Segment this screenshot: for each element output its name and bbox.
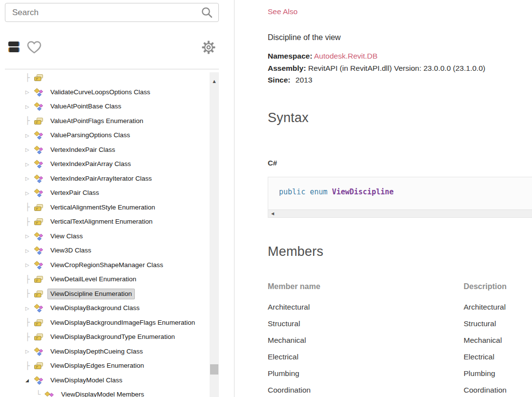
tree-item[interactable]: ▷ValidateCurveLoopsOptions Class — [0, 85, 210, 100]
scroll-left-icon[interactable]: ◀ — [271, 211, 274, 216]
meta-block: Namespace: Autodesk.Revit.DB Assembly: R… — [268, 50, 485, 86]
namespace-label: Namespace: — [268, 52, 312, 60]
expand-arrow-icon[interactable]: ▷ — [25, 104, 34, 109]
tree-item[interactable]: ▷VertexIndexPair Class — [0, 143, 210, 157]
tree-item[interactable]: ▷ViewDisplayDepthCueing Class — [0, 344, 210, 359]
tree-item-label: ValidateCurveLoopsOptions Class — [48, 87, 153, 97]
gear-icon[interactable] — [201, 40, 216, 55]
tree-item-label: VertexIndexPairArray Class — [48, 159, 133, 169]
tree-item[interactable]: ▷ValueParsingOptions Class — [0, 128, 210, 143]
tree-item[interactable]: ▷ViewCropRegionShapeManager Class — [0, 258, 210, 272]
tree-item[interactable]: ▷ViewDisplayBackground Class — [0, 301, 210, 316]
tree-item-label: ViewDisplayBackground Class — [48, 303, 142, 313]
tree-item[interactable]: ├VerticalAlignmentStyle Enumeration — [0, 200, 210, 215]
search-box — [5, 3, 219, 22]
class-icon — [34, 304, 44, 313]
members-table-body: ArchitecturalArchitecturalStructuralStru… — [268, 303, 532, 397]
member-name: Electrical — [268, 353, 464, 369]
expand-arrow-icon[interactable]: ▷ — [25, 162, 34, 167]
tree-item-label: ViewCropRegionShapeManager Class — [48, 260, 166, 270]
since-label: Since: — [268, 76, 291, 84]
expand-arrow-icon[interactable]: ▷ — [25, 190, 34, 196]
class-icon — [34, 376, 44, 385]
summary-text: Discipline of the view — [268, 33, 340, 42]
tree-item-label: VertexIndexPairArrayIterator Class — [48, 174, 154, 184]
expand-arrow-icon[interactable]: ▷ — [25, 349, 34, 354]
tree-item[interactable]: ▷View Class — [0, 229, 210, 244]
expand-arrow-icon[interactable]: ▷ — [25, 248, 34, 253]
tree-item[interactable]: ├ViewDisplayBackgroundType Enumeration — [0, 330, 210, 345]
member-row: PlumbingPlumbing — [268, 369, 532, 386]
heart-icon[interactable] — [26, 40, 43, 55]
expand-arrow-icon[interactable]: ▷ — [25, 262, 34, 268]
member-row: MechanicalMechanical — [268, 336, 532, 353]
tree-guide-line: ├ — [25, 362, 34, 370]
syntax-heading: Syntax — [268, 110, 309, 125]
class-icon — [34, 88, 44, 97]
search-icon[interactable] — [201, 6, 213, 19]
member-row: ArchitecturalArchitectural — [268, 303, 532, 319]
language-tab[interactable]: C# — [268, 159, 277, 167]
member-row: ElectricalElectrical — [268, 353, 532, 369]
expand-arrow-icon[interactable]: ▷ — [25, 176, 34, 181]
tree-item-label: ViewDisplayModel Members — [59, 390, 147, 397]
class-icon — [34, 232, 44, 241]
collapse-arrow-icon[interactable]: ◢ — [25, 378, 34, 383]
see-also-link[interactable]: See Also — [268, 7, 298, 16]
scroll-up-icon[interactable]: ▲ — [210, 79, 219, 84]
assembly-label: Assembly: — [268, 64, 306, 72]
expand-arrow-icon[interactable]: ▷ — [25, 147, 34, 152]
tree-item[interactable]: ◢ViewDisplayModel Class — [0, 373, 210, 388]
member-description: Structural — [464, 319, 532, 336]
tree-item[interactable]: ├VerticalTextAlignment Enumeration — [0, 215, 210, 230]
class-icon — [34, 102, 44, 111]
tree-item-label: ValueParsingOptions Class — [48, 130, 132, 140]
tree-item[interactable]: └ViewDisplayModel Members — [0, 388, 210, 397]
tree-item[interactable]: ├ValueAtPointFlags Enumeration — [0, 114, 210, 128]
class-icon — [34, 146, 44, 154]
tree-scrollbar[interactable]: ▲ — [210, 72, 219, 397]
tree-item[interactable]: ▷VertexIndexPairArrayIterator Class — [0, 171, 210, 186]
member-row: CoordinationCoordination — [268, 386, 532, 397]
tree-item[interactable]: ▷VertexIndexPairArray Class — [0, 157, 210, 172]
search-input[interactable] — [5, 8, 201, 18]
tree-item[interactable]: ├ViewDetailLevel Enumeration — [0, 272, 210, 287]
enum-icon — [34, 361, 44, 370]
scrollbar-thumb[interactable] — [210, 364, 218, 375]
tree-item-label: ValueAtPointFlags Enumeration — [48, 116, 146, 126]
tree-item[interactable]: ├ViewDisplayBackgroundImageFlags Enumera… — [0, 315, 210, 330]
expand-arrow-icon[interactable]: ▷ — [25, 306, 34, 311]
code-hscrollbar[interactable]: ◀ — [268, 209, 532, 217]
help-viewer-window: ├▷ValidateCurveLoopsOptions Class▷ValueA… — [0, 0, 532, 397]
tree-item-label: ViewDisplayBackgroundImageFlags Enumerat… — [48, 318, 197, 328]
tree-item-label: VerticalTextAlignment Enumeration — [48, 217, 155, 227]
member-name: Coordination — [268, 386, 464, 397]
member-row: StructuralStructural — [268, 319, 532, 336]
tree-item[interactable]: ├ — [0, 72, 210, 85]
class-icon — [34, 347, 44, 356]
code-block: public enum ViewDiscipline ◀ — [268, 177, 532, 218]
expand-arrow-icon[interactable]: ▷ — [25, 133, 34, 138]
member-description: Architectural — [464, 303, 532, 319]
code-keyword: public enum — [279, 188, 332, 196]
tree-item-label: ViewDisplayBackgroundType Enumeration — [48, 332, 177, 342]
column-member-name: Member name — [268, 282, 464, 291]
tree-item[interactable]: ▷View3D Class — [0, 244, 210, 258]
tree-guide-line: ├ — [25, 218, 34, 226]
namespace-link[interactable]: Autodesk.Revit.DB — [314, 52, 378, 60]
enum-icon — [34, 203, 44, 212]
member-description: Mechanical — [464, 336, 532, 353]
contents-icon[interactable] — [8, 42, 21, 53]
tree-item[interactable]: ├ViewDisplayEdges Enumeration — [0, 359, 210, 374]
tree-item[interactable]: ▷VertexPair Class — [0, 186, 210, 201]
member-description: Electrical — [464, 353, 532, 369]
code-type-name: ViewDiscipline — [332, 188, 393, 196]
tree-item-selected[interactable]: ├ViewDiscipline Enumeration — [0, 287, 210, 301]
tree-item[interactable]: ▷ValueAtPointBase Class — [0, 100, 210, 114]
expand-arrow-icon[interactable]: ▷ — [25, 233, 34, 239]
assembly-value: RevitAPI (in RevitAPI.dll) Version: 23.0… — [308, 64, 486, 72]
namespace-line: Namespace: Autodesk.Revit.DB — [268, 50, 485, 63]
since-value: 2013 — [296, 76, 312, 84]
expand-arrow-icon[interactable]: ▷ — [25, 89, 34, 95]
tree-guide-line: ├ — [25, 204, 34, 211]
